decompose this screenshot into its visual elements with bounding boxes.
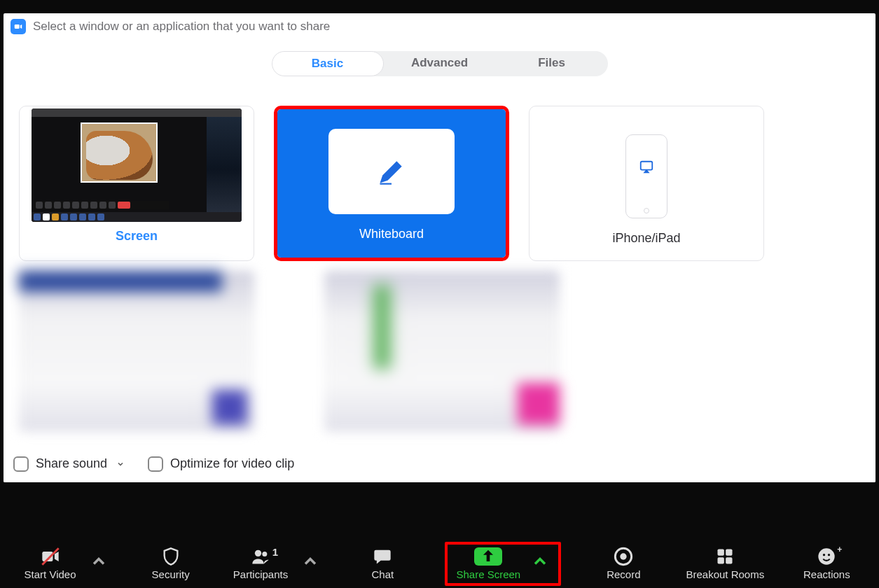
zoom-app-icon [11, 19, 26, 34]
blurred-windows-row [4, 261, 875, 432]
participants-button[interactable]: 1 Participants [233, 547, 288, 580]
chevron-up-icon[interactable] [300, 552, 320, 573]
record-label: Record [607, 568, 640, 580]
share-screen-icon [474, 547, 502, 566]
tab-basic[interactable]: Basic [272, 51, 384, 76]
svg-rect-11 [718, 557, 724, 564]
chat-icon [373, 547, 392, 566]
share-screen-button[interactable]: Share Screen [456, 547, 520, 580]
share-option-iphone-ipad[interactable]: iPhone/iPad [529, 106, 764, 261]
chat-button[interactable]: Chat [354, 547, 410, 580]
shield-icon [161, 547, 181, 566]
svg-point-8 [621, 553, 627, 559]
participants-icon [251, 547, 270, 566]
security-label: Security [152, 568, 190, 580]
reactions-icon [817, 547, 836, 566]
participant-count-badge: 1 [272, 546, 278, 558]
svg-rect-1 [380, 183, 392, 185]
dialog-title: Select a window or an application that y… [33, 20, 330, 34]
participants-label: Participants [233, 568, 288, 580]
whiteboard-thumbnail [328, 129, 455, 214]
breakout-rooms-label: Breakout Rooms [686, 568, 764, 580]
chevron-down-icon[interactable] [114, 458, 127, 470]
airplay-icon [637, 160, 656, 175]
svg-point-13 [819, 548, 835, 564]
optimize-video-checkbox[interactable]: Optimize for video clip [148, 456, 294, 472]
share-sound-label: Share sound [36, 456, 107, 471]
share-option-whiteboard[interactable]: Whiteboard [274, 106, 509, 261]
screen-thumbnail [32, 108, 242, 222]
svg-point-14 [823, 554, 825, 556]
video-off-icon [41, 547, 60, 566]
svg-point-15 [828, 554, 830, 556]
share-option-whiteboard-label: Whiteboard [359, 227, 424, 241]
share-sound-checkbox[interactable]: Share sound [13, 456, 127, 472]
record-button[interactable]: Record [595, 547, 651, 580]
share-option-window-blurred-2[interactable] [324, 271, 560, 432]
svg-point-6 [262, 552, 267, 556]
record-icon [614, 547, 633, 566]
pencil-icon [376, 156, 407, 187]
breakout-rooms-button[interactable]: Breakout Rooms [686, 547, 764, 580]
security-button[interactable]: Security [143, 547, 199, 580]
checkbox-icon [13, 456, 29, 472]
plus-badge-icon: + [837, 545, 842, 554]
svg-rect-12 [726, 557, 732, 564]
chevron-up-icon[interactable] [530, 552, 550, 573]
svg-rect-0 [15, 24, 20, 29]
share-screen-label: Share Screen [456, 568, 520, 580]
share-tab-bar: Basic Advanced Files [4, 51, 875, 76]
optimize-video-label: Optimize for video clip [170, 456, 294, 471]
start-video-button[interactable]: Start Video [25, 547, 76, 580]
tab-files[interactable]: Files [496, 51, 608, 76]
svg-point-5 [255, 550, 261, 556]
tab-group: Basic Advanced Files [272, 51, 608, 76]
share-screen-dialog: Select a window or an application that y… [4, 13, 875, 482]
chat-label: Chat [371, 568, 394, 580]
checkbox-icon [148, 456, 163, 472]
share-option-iphone-label: iPhone/iPad [612, 231, 680, 246]
breakout-rooms-icon [715, 547, 735, 566]
svg-rect-10 [726, 549, 732, 555]
svg-rect-9 [718, 549, 724, 555]
tab-advanced[interactable]: Advanced [384, 51, 496, 76]
iphone-thumbnail [625, 134, 667, 218]
start-video-label: Start Video [25, 568, 76, 580]
share-option-window-blurred-1[interactable] [19, 271, 254, 432]
reactions-label: Reactions [803, 568, 850, 580]
share-option-screen[interactable]: Screen [19, 106, 254, 261]
dialog-header: Select a window or an application that y… [4, 13, 875, 40]
share-options-grid: Screen Whiteboard iPh [4, 76, 875, 261]
meeting-control-bar: Start Video Security 1 Participants Chat [0, 539, 879, 588]
reactions-button[interactable]: + Reactions [798, 547, 854, 580]
dialog-footer: Share sound Optimize for video clip [4, 444, 875, 482]
share-option-screen-label: Screen [116, 229, 158, 244]
svg-rect-2 [641, 162, 653, 170]
chevron-up-icon[interactable] [89, 552, 109, 573]
share-screen-highlight: Share Screen [445, 542, 561, 586]
